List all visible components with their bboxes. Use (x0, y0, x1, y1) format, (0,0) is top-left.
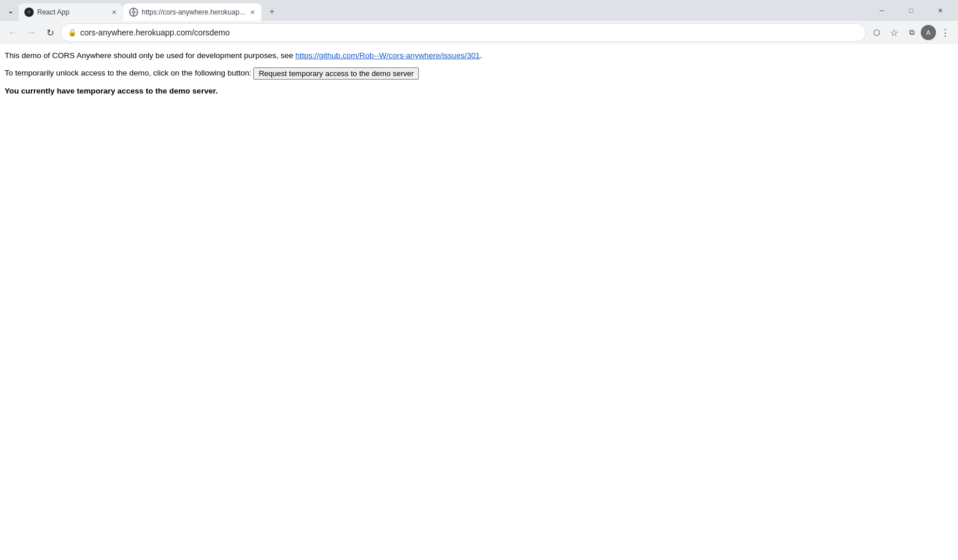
tab-strip: ⚛ React App ✕ https://cors-anywhere.hero… (19, 0, 864, 21)
profile-avatar[interactable]: A (921, 25, 936, 40)
star-icon: ☆ (890, 27, 898, 38)
new-tab-button[interactable]: + (264, 3, 280, 20)
close-button[interactable]: ✕ (927, 2, 953, 19)
navigation-bar: ← → ↻ 🔒 cors-anywhere.herokuapp.com/cors… (0, 21, 958, 44)
intro-text: This demo of CORS Anywhere should only b… (5, 51, 296, 60)
window-controls: ─ □ ✕ (864, 0, 958, 21)
request-access-button[interactable]: Request temporary access to the demo ser… (253, 67, 419, 80)
split-icon: ⧉ (909, 28, 914, 37)
forward-button[interactable]: → (23, 24, 40, 41)
react-favicon: ⚛ (24, 8, 34, 17)
unlock-paragraph: To temporarily unlock access to the demo… (5, 67, 953, 80)
tab-cors-close[interactable]: ✕ (247, 8, 257, 17)
bookmark-button[interactable]: ☆ (886, 24, 902, 41)
url-display: cors-anywhere.herokuapp.com/corsdemo (80, 28, 859, 37)
tab-react-app[interactable]: ⚛ React App ✕ (19, 3, 123, 21)
profile-split-button[interactable]: ⧉ (903, 24, 920, 41)
cast-icon: ⬡ (873, 28, 880, 37)
access-status-text: You currently have temporary access to t… (5, 87, 218, 95)
tab-cors-title: https://cors-anywhere.herokuap... (142, 8, 245, 16)
menu-button[interactable]: ⋮ (937, 24, 953, 41)
cast-button[interactable]: ⬡ (869, 24, 885, 41)
tab-list-button[interactable]: ⌄ (2, 2, 19, 19)
status-paragraph: You currently have temporary access to t… (5, 85, 953, 97)
cors-favicon (129, 8, 138, 17)
nav-right-buttons: ⬡ ☆ ⧉ A ⋮ (869, 24, 953, 41)
tab-react-close[interactable]: ✕ (109, 8, 119, 17)
page-content: This demo of CORS Anywhere should only b… (0, 44, 958, 560)
intro-paragraph: This demo of CORS Anywhere should only b… (5, 50, 953, 62)
browser-window: ⌄ ⚛ React App ✕ https://cors-anywhere.he… (0, 0, 958, 560)
title-bar: ⌄ ⚛ React App ✕ https://cors-anywhere.he… (0, 0, 958, 21)
tab-cors-anywhere[interactable]: https://cors-anywhere.herokuap... ✕ (123, 3, 261, 21)
menu-icon: ⋮ (941, 27, 950, 38)
address-bar[interactable]: 🔒 cors-anywhere.herokuapp.com/corsdemo (60, 23, 866, 42)
tab-react-title: React App (37, 8, 107, 16)
lock-icon: 🔒 (68, 28, 77, 37)
maximize-button[interactable]: □ (898, 2, 924, 19)
back-button[interactable]: ← (5, 24, 21, 41)
github-link[interactable]: https://github.com/Rob--W/cors-anywhere/… (296, 51, 480, 60)
minimize-button[interactable]: ─ (869, 2, 895, 19)
reload-button[interactable]: ↻ (42, 24, 58, 41)
intro-period: . (480, 51, 482, 60)
unlock-text: To temporarily unlock access to the demo… (5, 69, 252, 77)
